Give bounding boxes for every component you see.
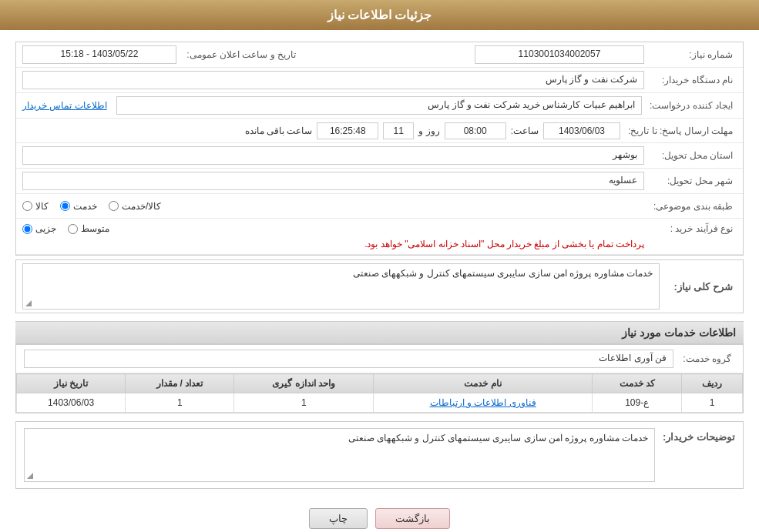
col-unit: واحد اندازه گیری	[234, 374, 374, 393]
purchase-type-options: متوسط جزیی پرداخت تمام یا بخشی از مبلغ خ…	[22, 223, 644, 249]
table-row: 1 ع-109 فناوری اطلاعات و ارتباطات 1 1 14…	[17, 393, 743, 413]
category-option-khedmat[interactable]: خدمت	[60, 201, 97, 212]
category-row: طبقه بندی موضوعی: کالا/خدمت خدمت کالا	[16, 194, 743, 219]
city-row: شهر محل تحویل: عسلویه	[16, 169, 743, 194]
cell-date: 1403/06/03	[17, 393, 126, 413]
province-value: بوشهر	[22, 146, 644, 165]
category-option-kala[interactable]: کالا	[22, 201, 49, 212]
purchase-note: پرداخت تمام یا بخشی از مبلغ خریدار محل "…	[22, 239, 644, 249]
col-rownum: ردیف	[682, 374, 743, 393]
deadline-time-label: ساعت:	[511, 125, 539, 136]
category-radio-group: کالا/خدمت خدمت کالا	[22, 201, 644, 212]
col-date: تاریخ نیاز	[17, 374, 126, 393]
service-group-value: فن آوری اطلاعات	[24, 350, 673, 368]
need-number-label: شماره نیاز:	[644, 49, 737, 60]
print-button[interactable]: چاپ	[309, 508, 368, 529]
deadline-remaining: 16:25:48	[317, 122, 378, 139]
category-label: طبقه بندی موضوعی:	[644, 201, 737, 212]
page-header: جزئیات اطلاعات نیاز	[0, 0, 759, 30]
table-header-row: ردیف کد خدمت نام خدمت واحد اندازه گیری ت…	[17, 374, 743, 393]
pub-datetime-label: تاریخ و ساعت اعلان عمومی:	[176, 49, 300, 60]
services-table: ردیف کد خدمت نام خدمت واحد اندازه گیری ت…	[16, 373, 743, 413]
deadline-time: 08:00	[445, 122, 506, 139]
creator-value: ابراهیم عبیات کارشناس خرید شرکت نفت و گا…	[116, 96, 642, 115]
back-button[interactable]: بازگشت	[375, 508, 450, 529]
cell-code: ع-109	[593, 393, 682, 413]
city-label: شهر محل تحویل:	[644, 176, 737, 186]
col-qty: تعداد / مقدار	[126, 374, 234, 393]
creator-row: ایجاد کننده درخواست: ابراهیم عبیات کارشن…	[16, 93, 743, 119]
buyer-desc-row: توضیحات خریدار: خدمات مشاوره پروژه امن س…	[15, 421, 744, 489]
deadline-group: 1403/06/03 ساعت: 08:00 روز و 11 16:25:48…	[22, 122, 620, 139]
cell-name[interactable]: فناوری اطلاعات و ارتباطات	[374, 393, 593, 413]
purchase-type-label: نوع فرآیند خرید :	[644, 223, 737, 234]
contact-link[interactable]: اطلاعات تماس خریدار	[22, 100, 107, 111]
services-section-header: اطلاعات خدمات مورد نیاز	[15, 321, 744, 344]
creator-label: ایجاد کننده درخواست:	[642, 100, 737, 111]
purchase-option-jozyi[interactable]: جزیی	[22, 223, 56, 234]
buyer-org-label: نام دستگاه خریدار:	[644, 75, 737, 85]
service-group-row: گروه خدمت: فن آوری اطلاعات	[16, 345, 743, 373]
deadline-days-label: روز و	[418, 125, 439, 136]
service-group-label: گروه خدمت:	[673, 353, 735, 364]
deadline-row: مهلت ارسال پاسخ: تا تاریخ: 1403/06/03 سا…	[16, 119, 743, 143]
province-label: استان محل تحویل:	[644, 150, 737, 161]
cell-rownum: 1	[682, 393, 743, 413]
purchase-option-motvaset[interactable]: متوسط	[68, 223, 109, 234]
purchase-type-row: نوع فرآیند خرید : متوسط جزیی پرداخت تمام…	[16, 219, 743, 255]
buyer-desc-value: خدمات مشاوره پروژه امن سازی سایبری سیستم…	[24, 428, 655, 482]
buyer-desc-label: توضیحات خریدار:	[655, 428, 735, 443]
cell-qty: 1	[126, 393, 234, 413]
buttons-row: بازگشت چاپ	[15, 497, 744, 532]
cell-unit: 1	[234, 393, 374, 413]
col-name: نام خدمت	[374, 374, 593, 393]
deadline-date: 1403/06/03	[543, 122, 620, 139]
services-table-wrapper: ردیف کد خدمت نام خدمت واحد اندازه گیری ت…	[16, 373, 743, 413]
deadline-days: 11	[383, 122, 414, 139]
pub-datetime-value: 1403/05/22 - 15:18	[22, 45, 176, 64]
table-body: 1 ع-109 فناوری اطلاعات و ارتباطات 1 1 14…	[17, 393, 743, 413]
need-number-value: 1103001034002057	[475, 45, 644, 64]
deadline-remaining-label: ساعت باقی مانده	[245, 125, 313, 136]
summary-value: خدمات مشاوره پروژه امن سازی سایبری سیستم…	[22, 263, 660, 309]
summary-row: شرح کلی نیاز: خدمات مشاوره پروژه امن ساز…	[15, 259, 744, 313]
services-section: گروه خدمت: فن آوری اطلاعات ردیف کد خدمت …	[15, 344, 744, 413]
province-row: استان محل تحویل: بوشهر	[16, 143, 743, 169]
header-title: جزئیات اطلاعات نیاز	[327, 8, 432, 22]
summary-label: شرح کلی نیاز:	[660, 281, 737, 293]
buyer-org-row: نام دستگاه خریدار: شرکت نفت و گاز پارس	[16, 68, 743, 93]
purchase-radio-row: متوسط جزیی	[22, 223, 644, 234]
col-code: کد خدمت	[593, 374, 682, 393]
buyer-org-value: شرکت نفت و گاز پارس	[22, 71, 644, 89]
main-form: شماره نیاز: 1103001034002057 تاریخ و ساع…	[15, 42, 744, 256]
need-number-row: شماره نیاز: 1103001034002057 تاریخ و ساع…	[16, 42, 743, 68]
category-option-kala-khedmat[interactable]: کالا/خدمت	[109, 201, 161, 212]
deadline-label: مهلت ارسال پاسخ: تا تاریخ:	[620, 125, 737, 136]
city-value: عسلویه	[22, 172, 644, 190]
